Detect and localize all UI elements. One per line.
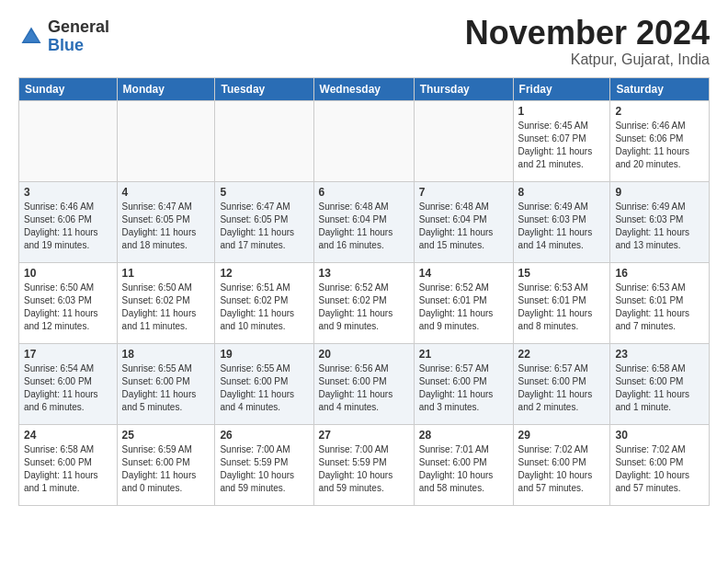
day-info: Sunrise: 7:02 AMSunset: 6:00 PMDaylight:… [615, 443, 704, 495]
day-number: 5 [220, 186, 308, 199]
day-number: 18 [122, 348, 210, 361]
calendar-day-cell: 18Sunrise: 6:55 AMSunset: 6:00 PMDayligh… [117, 343, 215, 424]
calendar-day-cell [117, 100, 215, 181]
day-info: Sunrise: 6:46 AMSunset: 6:06 PMDaylight:… [24, 201, 112, 252]
calendar-day-cell: 24Sunrise: 6:58 AMSunset: 6:00 PMDayligh… [19, 424, 118, 505]
calendar-day-cell: 15Sunrise: 6:53 AMSunset: 6:01 PMDayligh… [513, 262, 610, 343]
day-number: 3 [24, 186, 112, 199]
calendar-day-cell: 29Sunrise: 7:02 AMSunset: 6:00 PMDayligh… [513, 424, 610, 505]
calendar-day-header: Monday [117, 77, 215, 100]
calendar-day-cell: 14Sunrise: 6:52 AMSunset: 6:01 PMDayligh… [414, 262, 513, 343]
day-info: Sunrise: 6:46 AMSunset: 6:06 PMDaylight:… [615, 120, 704, 171]
calendar-day-cell: 7Sunrise: 6:48 AMSunset: 6:04 PMDaylight… [414, 181, 513, 262]
day-info: Sunrise: 6:47 AMSunset: 6:05 PMDaylight:… [122, 201, 210, 252]
day-number: 25 [122, 429, 210, 442]
day-info: Sunrise: 6:52 AMSunset: 6:01 PMDaylight:… [419, 282, 508, 333]
calendar-day-cell: 8Sunrise: 6:49 AMSunset: 6:03 PMDaylight… [513, 181, 610, 262]
day-info: Sunrise: 7:00 AMSunset: 5:59 PMDaylight:… [220, 443, 308, 495]
calendar-day-cell [313, 100, 414, 181]
day-number: 20 [319, 348, 409, 361]
calendar-day-header: Saturday [610, 77, 710, 100]
calendar-day-cell: 23Sunrise: 6:58 AMSunset: 6:00 PMDayligh… [610, 343, 710, 424]
calendar-day-cell: 3Sunrise: 6:46 AMSunset: 6:06 PMDaylight… [19, 181, 118, 262]
calendar-day-cell: 17Sunrise: 6:54 AMSunset: 6:00 PMDayligh… [19, 343, 118, 424]
calendar-day-cell: 28Sunrise: 7:01 AMSunset: 6:00 PMDayligh… [414, 424, 513, 505]
calendar-day-header: Sunday [19, 77, 118, 100]
day-number: 15 [518, 267, 606, 280]
calendar-table: SundayMondayTuesdayWednesdayThursdayFrid… [18, 77, 710, 506]
day-number: 9 [615, 186, 704, 199]
calendar-day-cell: 19Sunrise: 6:55 AMSunset: 6:00 PMDayligh… [215, 343, 313, 424]
calendar-day-cell: 12Sunrise: 6:51 AMSunset: 6:02 PMDayligh… [215, 262, 313, 343]
day-info: Sunrise: 6:49 AMSunset: 6:03 PMDaylight:… [518, 201, 606, 252]
day-number: 13 [319, 267, 409, 280]
calendar-day-cell: 1Sunrise: 6:45 AMSunset: 6:07 PMDaylight… [513, 100, 610, 181]
day-number: 22 [518, 348, 606, 361]
logo-blue: Blue [48, 36, 84, 54]
day-info: Sunrise: 6:50 AMSunset: 6:02 PMDaylight:… [122, 282, 210, 333]
day-info: Sunrise: 6:57 AMSunset: 6:00 PMDaylight:… [518, 362, 606, 414]
calendar-day-cell [414, 100, 513, 181]
day-info: Sunrise: 6:49 AMSunset: 6:03 PMDaylight:… [615, 201, 704, 252]
day-number: 1 [518, 105, 606, 118]
calendar-week-row: 3Sunrise: 6:46 AMSunset: 6:06 PMDaylight… [19, 181, 710, 262]
day-number: 7 [419, 186, 508, 199]
calendar-header-row: SundayMondayTuesdayWednesdayThursdayFrid… [19, 77, 710, 100]
calendar-day-header: Friday [513, 77, 610, 100]
day-info: Sunrise: 6:48 AMSunset: 6:04 PMDaylight:… [419, 201, 508, 252]
day-number: 21 [419, 348, 508, 361]
day-info: Sunrise: 6:53 AMSunset: 6:01 PMDaylight:… [615, 282, 704, 333]
logo: General Blue [18, 18, 109, 55]
day-number: 23 [615, 348, 704, 361]
calendar-day-header: Wednesday [313, 77, 414, 100]
calendar-day-cell: 21Sunrise: 6:57 AMSunset: 6:00 PMDayligh… [414, 343, 513, 424]
page-title: November 2024 [465, 15, 710, 52]
day-info: Sunrise: 6:53 AMSunset: 6:01 PMDaylight:… [518, 282, 606, 333]
day-info: Sunrise: 6:57 AMSunset: 6:00 PMDaylight:… [419, 362, 508, 414]
day-number: 8 [518, 186, 606, 199]
day-number: 26 [220, 429, 308, 442]
calendar-day-cell: 6Sunrise: 6:48 AMSunset: 6:04 PMDaylight… [313, 181, 414, 262]
day-info: Sunrise: 6:56 AMSunset: 6:00 PMDaylight:… [319, 362, 409, 414]
day-number: 12 [220, 267, 308, 280]
calendar-day-cell: 10Sunrise: 6:50 AMSunset: 6:03 PMDayligh… [19, 262, 118, 343]
day-info: Sunrise: 6:55 AMSunset: 6:00 PMDaylight:… [220, 362, 308, 414]
calendar-week-row: 10Sunrise: 6:50 AMSunset: 6:03 PMDayligh… [19, 262, 710, 343]
calendar-day-cell: 9Sunrise: 6:49 AMSunset: 6:03 PMDaylight… [610, 181, 710, 262]
calendar-day-header: Thursday [414, 77, 513, 100]
calendar-day-cell: 5Sunrise: 6:47 AMSunset: 6:05 PMDaylight… [215, 181, 313, 262]
day-number: 2 [615, 105, 704, 118]
day-number: 30 [615, 429, 704, 442]
day-info: Sunrise: 6:55 AMSunset: 6:00 PMDaylight:… [122, 362, 210, 414]
day-info: Sunrise: 7:01 AMSunset: 6:00 PMDaylight:… [419, 443, 508, 495]
calendar-week-row: 1Sunrise: 6:45 AMSunset: 6:07 PMDaylight… [19, 100, 710, 181]
calendar-day-cell: 16Sunrise: 6:53 AMSunset: 6:01 PMDayligh… [610, 262, 710, 343]
calendar-day-cell: 20Sunrise: 6:56 AMSunset: 6:00 PMDayligh… [313, 343, 414, 424]
calendar-day-cell: 11Sunrise: 6:50 AMSunset: 6:02 PMDayligh… [117, 262, 215, 343]
calendar-day-cell: 2Sunrise: 6:46 AMSunset: 6:06 PMDaylight… [610, 100, 710, 181]
day-info: Sunrise: 6:45 AMSunset: 6:07 PMDaylight:… [518, 120, 606, 171]
calendar-day-cell [19, 100, 118, 181]
day-info: Sunrise: 6:47 AMSunset: 6:05 PMDaylight:… [220, 201, 308, 252]
calendar-day-cell [215, 100, 313, 181]
calendar-day-cell: 22Sunrise: 6:57 AMSunset: 6:00 PMDayligh… [513, 343, 610, 424]
calendar-day-cell: 4Sunrise: 6:47 AMSunset: 6:05 PMDaylight… [117, 181, 215, 262]
calendar-day-cell: 13Sunrise: 6:52 AMSunset: 6:02 PMDayligh… [313, 262, 414, 343]
day-number: 6 [319, 186, 409, 199]
logo-general: General [48, 17, 109, 36]
title-block: November 2024 Katpur, Gujarat, India [465, 15, 710, 68]
day-info: Sunrise: 6:58 AMSunset: 6:00 PMDaylight:… [24, 443, 112, 495]
logo-icon [18, 24, 44, 50]
day-number: 27 [319, 429, 409, 442]
calendar-week-row: 24Sunrise: 6:58 AMSunset: 6:00 PMDayligh… [19, 424, 710, 505]
day-number: 19 [220, 348, 308, 361]
day-number: 16 [615, 267, 704, 280]
day-number: 29 [518, 429, 606, 442]
header: General Blue November 2024 Katpur, Gujar… [18, 15, 710, 68]
page-subtitle: Katpur, Gujarat, India [465, 52, 710, 68]
calendar-day-cell: 30Sunrise: 7:02 AMSunset: 6:00 PMDayligh… [610, 424, 710, 505]
day-info: Sunrise: 6:58 AMSunset: 6:00 PMDaylight:… [615, 362, 704, 414]
day-info: Sunrise: 6:48 AMSunset: 6:04 PMDaylight:… [319, 201, 409, 252]
day-info: Sunrise: 7:02 AMSunset: 6:00 PMDaylight:… [518, 443, 606, 495]
calendar-day-cell: 25Sunrise: 6:59 AMSunset: 6:00 PMDayligh… [117, 424, 215, 505]
